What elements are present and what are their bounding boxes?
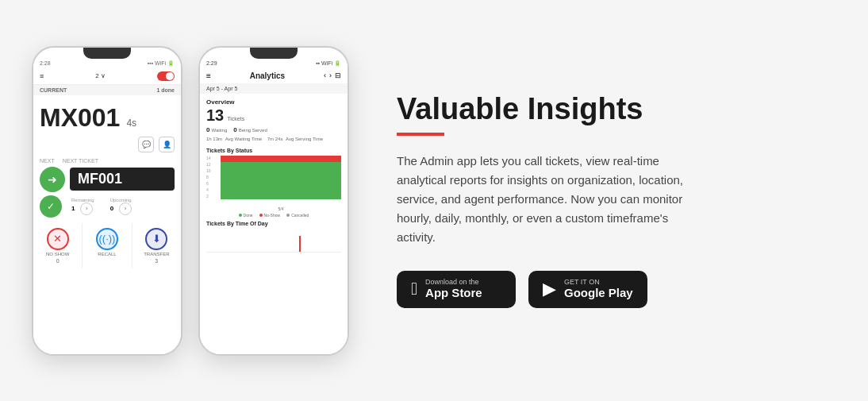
filter-icon[interactable]: ⊟ [335,71,341,79]
text-section: Valuable Insights The Admin app lets you… [349,77,836,324]
prev-arrow[interactable]: ‹ [324,71,326,79]
phones-section: 2:28 ▪▪▪ WiFi 🔋 ≡ 2 ∨ CURRENT 1 done MX0… [32,46,349,356]
upcoming-arrow[interactable]: › [119,202,132,215]
phone1-header: ≡ 2 ∨ [33,68,181,85]
upcoming-count: 0 [110,205,113,212]
noshow-label: NO SHOW [46,252,69,256]
by-status-title: Tickets By Status [206,148,341,153]
phone2-header: ≡ Analytics ‹ › ⊟ [200,68,348,83]
hamburger-icon[interactable]: ≡ [40,72,44,80]
stats-row: 0 Waiting 0 Being Served [206,126,341,133]
ticket-time: 4s [126,118,136,129]
waiting-count: 0 [206,126,209,133]
ticket-display: MX001 4s [33,95,181,137]
transfer-btn[interactable]: ⬇ TRANSFER 3 [133,223,181,268]
analytics-title: Analytics [250,71,285,80]
current-label: CURRENT [40,87,67,93]
overview-section: Overview 13 Tickets 0 Waiting 0 Being Se… [200,94,348,148]
noshow-dot [259,214,263,217]
time-of-day-section: Tickets By Time Of Day [200,218,348,253]
section-title: Valuable Insights [397,93,805,126]
next-section: NEXT NEXT TICKET ➜ MF001 ✓ Remaining [33,156,181,220]
next-label: NEXT [40,158,55,164]
time-chart-area [206,229,341,253]
tickets-label: Tickets [227,116,244,121]
avg-serving-label: Avg Serving Time [286,137,323,141]
hamburger2-icon[interactable]: ≡ [206,71,211,80]
ticket-count: 13 [206,107,224,123]
transfer-icon: ⬇ [145,228,167,250]
recall-btn[interactable]: ((·)) RECALL [83,223,132,268]
app-store-button[interactable]:  Download on the App Store [397,271,516,308]
tickets-by-status-section: Tickets By Status 1412108642 5/4 Done [200,148,348,218]
avg-row: 1h 13m Avg Waiting Time 7m 24s Avg Servi… [206,137,341,141]
remaining-count: 1 [71,205,75,212]
phone1-mockup: 2:28 ▪▪▪ WiFi 🔋 ≡ 2 ∨ CURRENT 1 done MX0… [32,46,182,356]
date-range-bar: Apr 5 - Apr 5 [200,83,348,94]
google-play-text: GET IT ON Google Play [564,279,633,300]
avg-serving-time: 7m 24s [267,137,283,141]
being-served-count: 0 [233,126,236,133]
google-play-name: Google Play [564,286,633,300]
remaining-label: Remaining [71,198,94,202]
next-ticket-label: NEXT TICKET [63,158,98,164]
overview-title: Overview [206,98,341,106]
google-play-sub: GET IT ON [564,279,633,286]
phone1-notch [83,48,131,59]
app-store-text: Download on the App Store [425,279,482,300]
phone1-screen: 2:28 ▪▪▪ WiFi 🔋 ≡ 2 ∨ CURRENT 1 done MX0… [33,59,181,354]
phone1-time: 2:28 [40,60,51,66]
dropdown-label[interactable]: 2 ∨ [95,72,106,79]
app-store-name: App Store [425,286,482,300]
action-row: ✕ NO SHOW 0 ((·)) RECALL ⬇ TRANSFER 3 [33,223,181,268]
recall-icon: ((·)) [96,228,118,250]
legend-noshow: No-Show [259,213,281,218]
transfer-label: TRANSFER [144,252,169,256]
remaining-row: ✓ Remaining 1 › [40,195,175,218]
ticket-number: MX001 [40,103,120,133]
transfer-count: 3 [155,258,158,264]
legend-done: Done [239,213,253,218]
section-description: The Admin app lets you call tickets, vie… [397,152,698,247]
google-play-button[interactable]: ▶ GET IT ON Google Play [528,271,647,308]
time-spike [299,236,301,252]
app-buttons:  Download on the App Store ▶ GET IT ON … [397,271,805,308]
user-icon[interactable]: 👤 [159,137,175,152]
avg-waiting-time: 1h 13m [206,137,222,141]
waiting-stat: 0 Waiting [206,126,227,133]
red-underline [397,133,444,136]
check-button[interactable]: ✓ [40,195,62,218]
remaining-arrow[interactable]: › [80,202,93,215]
noshow-btn[interactable]: ✕ NO SHOW 0 [33,223,83,268]
cancelled-dot [286,214,290,217]
being-served-stat: 0 Being Served [233,126,267,133]
by-time-title: Tickets By Time Of Day [206,221,341,226]
app-store-sub: Download on the [425,279,482,286]
bar-chart: 1412108642 5/4 [206,156,341,211]
recall-label: RECALL [98,252,116,256]
next-ticket-number: MF001 [70,168,175,191]
phone2-time: 2:29 [206,60,217,67]
avg-waiting-label: Avg Waiting Time [225,137,262,141]
icon-row: 💬 👤 [33,137,181,156]
phone2-notch [250,48,298,59]
noshow-icon: ✕ [47,228,69,250]
phone1-signal: ▪▪▪ WiFi 🔋 [148,60,175,67]
noshow-count: 0 [56,258,60,264]
phone2-screen: 2:29 ▪▪ WiFi 🔋 ≡ Analytics ‹ › ⊟ Apr 5 -… [200,59,348,354]
next-arrow[interactable]: › [329,71,332,79]
apple-icon:  [411,279,417,299]
current-bar: CURRENT 1 done [33,85,181,95]
next-labels: NEXT NEXT TICKET [40,158,175,164]
next-ticket-display: ➜ MF001 [40,167,175,192]
toggle-switch[interactable] [157,71,175,81]
phone2-signal: ▪▪ WiFi 🔋 [316,60,341,67]
next-arrow-button[interactable]: ➜ [40,167,65,192]
upcoming-label: Upcoming [110,198,132,202]
chat-icon[interactable]: 💬 [138,137,154,152]
legend-cancelled: Cancelled [286,213,309,218]
being-served-label: Being Served [239,128,267,133]
done-count: 1 done [156,87,175,93]
date-range: Apr 5 - Apr 5 [206,86,237,91]
waiting-label: Waiting [211,128,227,133]
